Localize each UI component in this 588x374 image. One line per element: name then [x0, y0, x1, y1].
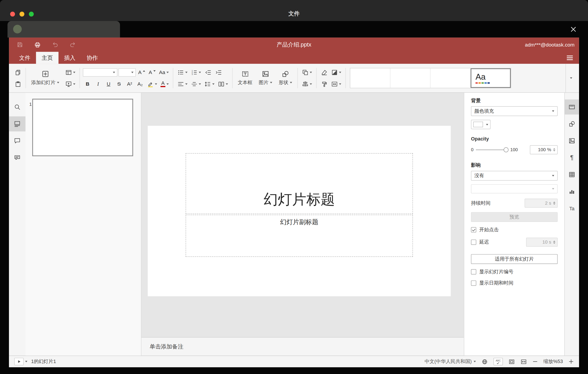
title-placeholder[interactable]: 幻灯片标题 — [186, 153, 413, 214]
language-select[interactable]: 中文(中华人民共和国) — [425, 358, 476, 365]
window-close-button[interactable] — [10, 12, 15, 17]
duration-input[interactable]: 2 s — [525, 199, 558, 208]
slide-size-button[interactable] — [330, 79, 342, 88]
show-slide-number-checkbox[interactable] — [471, 269, 476, 275]
theme-option-selected[interactable]: Aa — [471, 68, 511, 88]
tab-collaboration[interactable]: 协作 — [81, 52, 104, 64]
font-color-button[interactable]: A — [159, 79, 170, 88]
tab-file[interactable]: 文件 — [13, 52, 36, 64]
redo-button[interactable] — [66, 39, 79, 50]
show-date-time-checkbox[interactable] — [471, 281, 476, 286]
set-language-button[interactable] — [482, 358, 488, 365]
copy-style-button[interactable] — [319, 79, 329, 88]
zoom-in-button[interactable] — [568, 359, 574, 364]
chart-settings-button[interactable] — [565, 184, 579, 199]
chat-button[interactable] — [9, 150, 25, 165]
arrange-shape-button[interactable] — [301, 67, 313, 77]
insert-image-button[interactable]: 图片 — [256, 66, 274, 90]
delay-input[interactable]: 10 s — [526, 238, 558, 247]
bullets-button[interactable] — [176, 67, 189, 77]
print-button[interactable] — [31, 39, 44, 50]
add-slide-button[interactable]: 添加幻灯片 — [29, 66, 62, 90]
horizontal-align-button[interactable] — [176, 79, 189, 88]
italic-button[interactable]: I — [93, 79, 103, 88]
spinner-up-button[interactable] — [553, 241, 555, 242]
decrease-indent-button[interactable] — [203, 67, 213, 77]
numbering-button[interactable]: 123 — [190, 67, 202, 77]
superscript-button[interactable]: A² — [125, 79, 134, 88]
spinner[interactable] — [553, 201, 555, 204]
tab-home[interactable]: 主页 — [36, 52, 59, 64]
insert-shape-button[interactable]: 形状 — [276, 66, 294, 90]
vertical-align-button[interactable] — [190, 79, 202, 88]
change-layout-button[interactable] — [64, 67, 76, 77]
theme-option-2[interactable] — [390, 68, 430, 88]
theme-gallery-expand-button[interactable] — [566, 64, 576, 92]
opacity-input[interactable]: 100 % — [530, 145, 558, 154]
increase-indent-button[interactable] — [214, 67, 223, 77]
spinner-down-button[interactable] — [553, 242, 555, 244]
decrease-font-button[interactable]: A — [147, 67, 157, 77]
underline-button[interactable]: U — [104, 79, 113, 88]
line-spacing-button[interactable] — [203, 79, 216, 88]
subtitle-placeholder[interactable]: 幻灯片副标题 — [186, 215, 413, 257]
columns-button[interactable] — [217, 79, 229, 88]
spinner[interactable] — [553, 241, 555, 244]
theme-option-3[interactable] — [430, 68, 471, 88]
spinner[interactable] — [553, 148, 555, 151]
font-name-select[interactable] — [83, 68, 117, 77]
image-settings-button[interactable] — [565, 133, 579, 148]
slide-settings-button[interactable] — [565, 99, 579, 115]
notes-area[interactable]: 单击添加备注 — [141, 337, 464, 355]
spellcheck-button[interactable]: ABC — [494, 358, 503, 365]
paragraph-settings-button[interactable]: ¶ — [565, 150, 579, 165]
theme-option-1[interactable] — [350, 68, 390, 88]
copy-button[interactable] — [13, 67, 22, 77]
shape-settings-button[interactable] — [565, 116, 579, 131]
chevron-down-icon[interactable] — [25, 361, 27, 362]
apply-to-all-slides-button[interactable]: 适用于所有幻灯片 — [471, 254, 558, 264]
slides-panel-button[interactable] — [9, 116, 25, 131]
preview-button[interactable]: 预览 — [471, 212, 558, 222]
window-zoom-button[interactable] — [29, 12, 34, 17]
slider-knob[interactable] — [504, 147, 508, 152]
slide-thumbnail[interactable] — [32, 99, 133, 156]
fill-color-button[interactable] — [330, 67, 342, 77]
opacity-slider[interactable] — [476, 149, 508, 150]
change-case-button[interactable]: Aa — [158, 67, 170, 77]
table-settings-button[interactable] — [565, 167, 579, 182]
slide-canvas[interactable]: 幻灯片标题 幻灯片副标题 — [148, 126, 451, 296]
effect-type-select[interactable] — [471, 184, 558, 193]
save-button[interactable] — [13, 39, 26, 50]
search-button[interactable] — [9, 99, 25, 115]
background-color-picker[interactable] — [471, 120, 490, 129]
effect-select[interactable]: 没有 — [471, 171, 558, 181]
fit-width-button[interactable] — [521, 358, 527, 365]
delay-checkbox[interactable] — [471, 240, 476, 245]
spinner-up-button[interactable] — [553, 148, 555, 149]
spinner-up-button[interactable] — [553, 201, 555, 203]
strikeout-button[interactable]: S — [114, 79, 124, 88]
tab-insert[interactable]: 插入 — [59, 52, 81, 64]
zoom-out-button[interactable] — [533, 359, 538, 364]
start-slideshow-button[interactable] — [64, 79, 76, 88]
start-on-click-checkbox[interactable] — [471, 227, 476, 232]
view-settings-button[interactable] — [567, 55, 573, 61]
spinner-down-button[interactable] — [553, 150, 555, 151]
background-fill-select[interactable]: 颜色填充 — [471, 106, 558, 116]
window-minimize-button[interactable] — [20, 12, 24, 17]
clear-style-button[interactable] — [319, 67, 329, 77]
highlight-color-button[interactable] — [146, 79, 158, 88]
close-editor-button[interactable] — [570, 26, 576, 32]
align-shape-button[interactable] — [301, 79, 313, 88]
start-slideshow-statusbar-button[interactable] — [14, 358, 24, 365]
insert-textbox-button[interactable]: 文本框 — [235, 66, 255, 90]
paste-button[interactable] — [13, 79, 22, 88]
bold-button[interactable]: B — [83, 79, 92, 88]
subscript-button[interactable]: A₂ — [135, 79, 145, 88]
undo-button[interactable] — [49, 39, 62, 50]
font-size-select[interactable] — [118, 68, 136, 77]
textart-settings-button[interactable]: Ta — [565, 201, 579, 216]
spinner-down-button[interactable] — [553, 204, 555, 205]
fit-slide-button[interactable] — [508, 358, 515, 365]
